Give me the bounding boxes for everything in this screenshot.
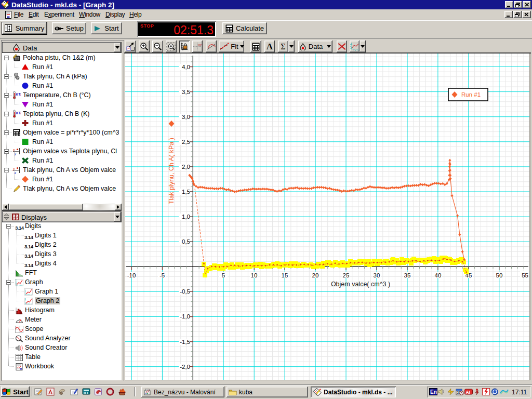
svg-text:Run #1: Run #1 bbox=[461, 91, 481, 98]
svg-text:3,0: 3,0 bbox=[182, 114, 190, 120]
svg-text:-5: -5 bbox=[159, 272, 165, 278]
svg-text:3.14: 3.14 bbox=[24, 244, 34, 249]
svg-text:3.14: 3.14 bbox=[24, 234, 34, 240]
svg-text:50: 50 bbox=[496, 272, 503, 278]
svg-text:3,5: 3,5 bbox=[182, 89, 190, 95]
svg-text:30: 30 bbox=[374, 272, 380, 278]
svg-text:En: En bbox=[430, 389, 437, 395]
svg-text:20: 20 bbox=[312, 272, 319, 278]
svg-text:-0,5: -0,5 bbox=[180, 288, 190, 295]
svg-text:35: 35 bbox=[404, 272, 411, 278]
svg-text:-2,0: -2,0 bbox=[180, 364, 190, 370]
svg-text:10: 10 bbox=[251, 272, 258, 278]
svg-text:5: 5 bbox=[222, 272, 225, 278]
svg-text:-1,0: -1,0 bbox=[180, 313, 190, 320]
svg-text:2,5: 2,5 bbox=[182, 139, 190, 145]
svg-text:3.14: 3.14 bbox=[24, 253, 34, 259]
svg-text:15: 15 bbox=[282, 272, 288, 278]
svg-text:25: 25 bbox=[343, 272, 350, 278]
svg-text:Tlak plynu, Ch A( kPa ): Tlak plynu, Ch A( kPa ) bbox=[168, 138, 175, 204]
svg-text:KTD: KTD bbox=[16, 111, 21, 115]
svg-text:1,0: 1,0 bbox=[182, 214, 190, 220]
svg-text:3.14: 3.14 bbox=[24, 262, 34, 268]
svg-text:1,5: 1,5 bbox=[182, 189, 190, 195]
svg-text:xy: xy bbox=[198, 43, 202, 46]
svg-text:2,0: 2,0 bbox=[182, 164, 190, 170]
svg-text:KTD: KTD bbox=[16, 92, 21, 96]
svg-text:4,0: 4,0 bbox=[182, 64, 190, 70]
svg-text:0,5: 0,5 bbox=[182, 238, 190, 245]
svg-text:AI: AI bbox=[466, 390, 471, 395]
svg-text:55: 55 bbox=[522, 272, 528, 278]
svg-text:Objem valce( cm^3 ): Objem valce( cm^3 ) bbox=[331, 281, 390, 288]
svg-text:40: 40 bbox=[435, 272, 442, 278]
svg-text:-10: -10 bbox=[127, 272, 136, 278]
svg-text:-1,5: -1,5 bbox=[180, 339, 190, 345]
